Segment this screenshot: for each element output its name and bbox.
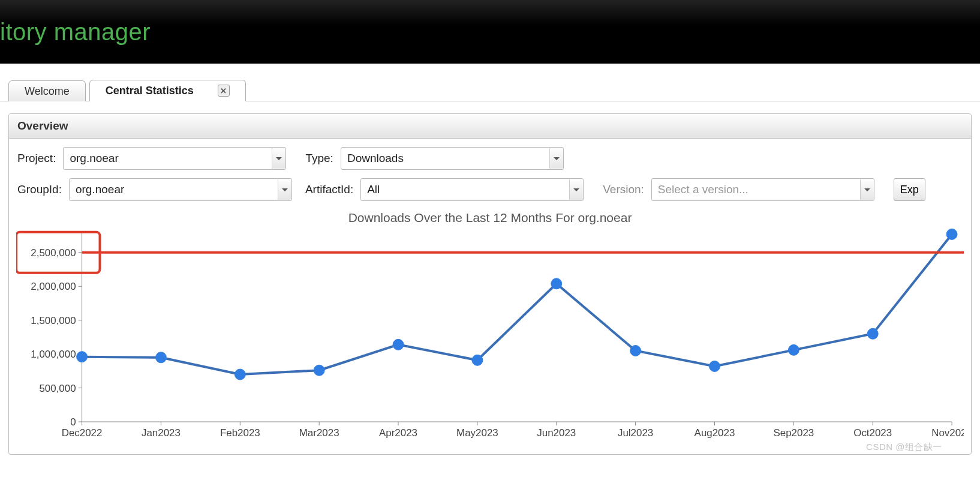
svg-text:Mar2023: Mar2023 bbox=[299, 427, 339, 439]
tab-bar: Welcome Central Statistics ✕ bbox=[0, 64, 980, 101]
brand-text: itory manager bbox=[0, 19, 151, 46]
svg-text:Oct2023: Oct2023 bbox=[853, 427, 892, 439]
artifactid-label: ArtifactId: bbox=[305, 183, 353, 196]
chart-container: Downloads Over the Last 12 Months For or… bbox=[9, 211, 971, 454]
filter-row-2: GroupId: org.noear ArtifactId: All Versi… bbox=[9, 170, 971, 206]
svg-point-40 bbox=[235, 369, 245, 380]
filter-row-1: Project: org.noear Type: Downloads bbox=[9, 139, 971, 170]
tab-central-statistics[interactable]: Central Statistics ✕ bbox=[89, 80, 246, 101]
project-select[interactable]: org.noear bbox=[63, 147, 286, 170]
svg-point-38 bbox=[77, 352, 88, 362]
downloads-line-chart: 0500,0001,000,0001,500,0002,000,0002,500… bbox=[16, 226, 964, 442]
svg-text:Sep2023: Sep2023 bbox=[773, 427, 814, 439]
export-button[interactable]: Exp bbox=[894, 178, 925, 201]
svg-text:Jul2023: Jul2023 bbox=[618, 427, 653, 439]
svg-point-47 bbox=[788, 344, 799, 355]
svg-text:2,500,000: 2,500,000 bbox=[31, 247, 76, 259]
svg-text:1,000,000: 1,000,000 bbox=[31, 349, 76, 360]
tab-welcome-label: Welcome bbox=[25, 85, 70, 98]
chevron-down-icon[interactable] bbox=[860, 179, 874, 200]
overview-panel: Overview Project: org.noear Type: Downlo… bbox=[8, 113, 972, 455]
chevron-down-icon[interactable] bbox=[278, 179, 291, 200]
type-select[interactable]: Downloads bbox=[341, 147, 564, 170]
watermark-text: CSDN @组合缺一 bbox=[866, 442, 942, 453]
svg-text:May2023: May2023 bbox=[456, 427, 498, 439]
type-label: Type: bbox=[305, 152, 333, 165]
version-select[interactable]: Select a version... bbox=[651, 178, 874, 201]
svg-point-49 bbox=[946, 229, 957, 239]
groupid-value: org.noear bbox=[70, 183, 278, 196]
tab-welcome[interactable]: Welcome bbox=[8, 80, 86, 101]
svg-point-46 bbox=[710, 361, 720, 371]
svg-point-45 bbox=[630, 346, 641, 356]
svg-point-41 bbox=[314, 365, 324, 376]
svg-point-39 bbox=[155, 352, 166, 363]
chevron-down-icon[interactable] bbox=[272, 148, 285, 169]
project-value: org.noear bbox=[64, 152, 272, 165]
chart-title: Downloads Over the Last 12 Months For or… bbox=[16, 211, 964, 225]
groupid-label: GroupId: bbox=[17, 183, 62, 196]
artifactid-value: All bbox=[361, 183, 569, 196]
chevron-down-icon[interactable] bbox=[549, 148, 563, 169]
panel-title: Overview bbox=[9, 114, 971, 139]
svg-text:Jan2023: Jan2023 bbox=[142, 427, 181, 439]
project-label: Project: bbox=[17, 152, 56, 165]
export-button-label: Exp bbox=[900, 184, 919, 196]
svg-text:0: 0 bbox=[70, 416, 76, 428]
svg-text:Jun2023: Jun2023 bbox=[537, 427, 576, 439]
artifactid-select[interactable]: All bbox=[360, 178, 584, 201]
svg-point-43 bbox=[472, 355, 483, 365]
svg-point-42 bbox=[393, 339, 404, 350]
svg-text:2,000,000: 2,000,000 bbox=[31, 281, 76, 292]
chevron-down-icon[interactable] bbox=[569, 179, 583, 200]
svg-text:Apr2023: Apr2023 bbox=[379, 427, 417, 439]
close-icon[interactable]: ✕ bbox=[218, 85, 230, 97]
svg-text:500,000: 500,000 bbox=[39, 383, 76, 394]
svg-text:Dec2022: Dec2022 bbox=[62, 427, 103, 439]
svg-text:Aug2023: Aug2023 bbox=[695, 427, 735, 439]
app-header: itory manager bbox=[0, 0, 980, 64]
svg-point-44 bbox=[551, 278, 562, 289]
type-value: Downloads bbox=[341, 152, 549, 165]
svg-point-48 bbox=[867, 328, 878, 339]
version-placeholder: Select a version... bbox=[652, 183, 860, 196]
version-label: Version: bbox=[603, 183, 644, 196]
svg-text:1,500,000: 1,500,000 bbox=[31, 315, 76, 326]
svg-text:Feb2023: Feb2023 bbox=[220, 427, 260, 439]
tab-central-stats-label: Central Statistics bbox=[106, 85, 194, 97]
svg-text:Nov2023: Nov2023 bbox=[931, 427, 964, 439]
groupid-select[interactable]: org.noear bbox=[69, 178, 292, 201]
